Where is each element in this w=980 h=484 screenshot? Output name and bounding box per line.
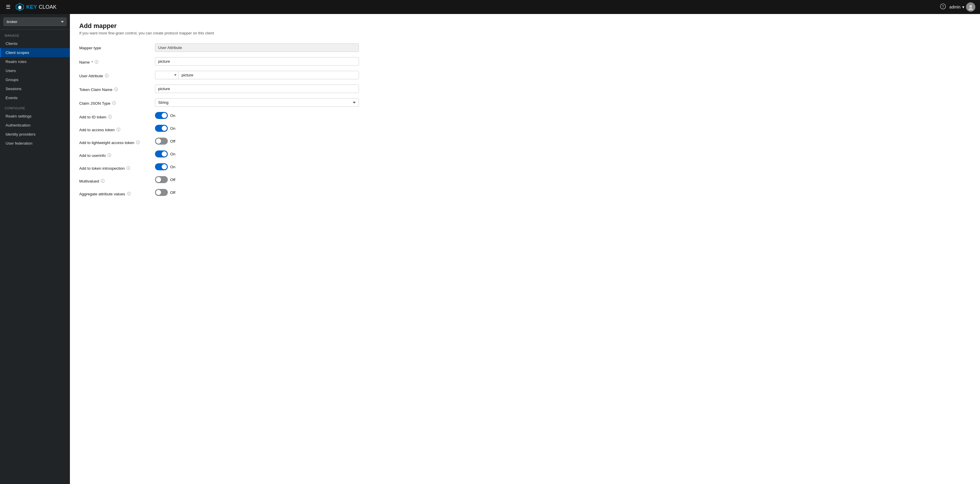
- multivalued-toggle[interactable]: [155, 176, 168, 183]
- name-input-cell: [155, 57, 970, 65]
- page-title: Add mapper: [79, 22, 970, 30]
- add-to-userinfo-toggle-row: On: [155, 150, 970, 157]
- add-to-id-token-help-icon[interactable]: ⓘ: [108, 114, 112, 120]
- user-attribute-row: User Attribute ⓘ: [79, 71, 970, 79]
- name-label: Name * ⓘ: [79, 57, 155, 65]
- multivalued-toggle-label: Off: [170, 177, 175, 182]
- user-attribute-label: User Attribute ⓘ: [79, 71, 155, 78]
- sidebar-item-sessions[interactable]: Sessions: [0, 84, 70, 93]
- claim-json-type-input-cell: String long int boolean JSON: [155, 98, 970, 107]
- token-claim-name-input-cell: [155, 85, 970, 93]
- token-claim-name-input[interactable]: [155, 85, 359, 93]
- add-to-id-token-label: Add to ID token ⓘ: [79, 112, 155, 120]
- logo: KEYCLOAK: [15, 2, 57, 12]
- claim-json-type-select[interactable]: String long int boolean JSON: [155, 98, 359, 107]
- add-to-id-token-toggle-row: On: [155, 112, 970, 119]
- name-required-indicator: *: [91, 60, 93, 64]
- hamburger-menu[interactable]: ☰: [5, 3, 12, 11]
- configure-section-label: Configure: [0, 102, 70, 112]
- claim-json-type-help-icon[interactable]: ⓘ: [112, 101, 116, 106]
- sidebar-item-client-scopes[interactable]: Client scopes: [0, 48, 70, 57]
- token-claim-name-row: Token Claim Name ⓘ: [79, 85, 970, 93]
- add-to-token-introspection-label: Add to token introspection ⓘ: [79, 163, 155, 171]
- add-to-token-introspection-row: Add to token introspection ⓘ On: [79, 163, 970, 171]
- add-to-id-token-toggle[interactable]: [155, 112, 168, 119]
- realm-selector[interactable]: broker: [3, 18, 67, 26]
- name-help-icon[interactable]: ⓘ: [95, 59, 99, 65]
- user-menu[interactable]: admin ▾: [950, 2, 975, 12]
- main-content: Add mapper If you want more fine-grain c…: [70, 14, 980, 484]
- multivalued-row: Multivalued ⓘ Off: [79, 176, 970, 184]
- multivalued-label: Multivalued ⓘ: [79, 176, 155, 184]
- multivalued-input-cell: Off: [155, 176, 970, 183]
- add-to-lightweight-input-cell: Off: [155, 137, 970, 145]
- user-attribute-text-input[interactable]: [178, 71, 359, 79]
- add-to-token-introspection-input-cell: On: [155, 163, 970, 170]
- aggregate-attribute-toggle-label: Off: [170, 190, 175, 195]
- keycloak-logo-icon: [15, 2, 24, 12]
- svg-point-5: [969, 5, 972, 8]
- sidebar: broker Manage Clients Client scopes Real…: [0, 14, 70, 484]
- user-attribute-input-cell: [155, 71, 970, 79]
- add-to-access-token-help-icon[interactable]: ⓘ: [116, 127, 120, 133]
- add-to-access-token-input-cell: On: [155, 125, 970, 132]
- add-to-lightweight-row: Add to lightweight access token ⓘ Off: [79, 137, 970, 145]
- add-to-token-introspection-toggle-row: On: [155, 163, 970, 170]
- add-to-access-token-label: Add to access token ⓘ: [79, 125, 155, 133]
- multivalued-toggle-row: Off: [155, 176, 970, 183]
- add-to-lightweight-label: Add to lightweight access token ⓘ: [79, 137, 155, 145]
- manage-section-label: Manage: [0, 30, 70, 39]
- realm-selector-container: broker: [0, 14, 70, 30]
- add-to-lightweight-toggle[interactable]: [155, 137, 168, 145]
- mapper-type-row: Mapper type: [79, 43, 970, 52]
- claim-json-type-label: Claim JSON Type ⓘ: [79, 98, 155, 106]
- add-to-userinfo-label: Add to userinfo ⓘ: [79, 150, 155, 158]
- mapper-type-input: [155, 43, 359, 52]
- aggregate-attribute-help-icon[interactable]: ⓘ: [127, 191, 131, 196]
- aggregate-attribute-toggle[interactable]: [155, 189, 168, 196]
- add-to-token-introspection-toggle[interactable]: [155, 163, 168, 170]
- sidebar-item-realm-settings[interactable]: Realm settings: [0, 112, 70, 121]
- add-to-lightweight-help-icon[interactable]: ⓘ: [136, 140, 140, 145]
- add-to-token-introspection-help-icon[interactable]: ⓘ: [126, 166, 130, 171]
- sidebar-item-realm-roles[interactable]: Realm roles: [0, 57, 70, 66]
- avatar: [966, 2, 975, 12]
- token-claim-name-help-icon[interactable]: ⓘ: [114, 87, 118, 92]
- help-icon[interactable]: ?: [940, 3, 946, 11]
- topnav: ☰ KEYCLOAK ? admin ▾: [0, 0, 980, 14]
- add-to-id-token-input-cell: On: [155, 112, 970, 119]
- add-to-access-token-row: Add to access token ⓘ On: [79, 125, 970, 133]
- add-to-userinfo-toggle-label: On: [170, 152, 175, 156]
- aggregate-attribute-toggle-row: Off: [155, 189, 970, 196]
- add-to-token-introspection-toggle-label: On: [170, 165, 175, 169]
- mapper-type-label: Mapper type: [79, 43, 155, 50]
- user-name: admin: [950, 5, 961, 10]
- user-caret-icon: ▾: [962, 5, 964, 10]
- name-input[interactable]: [155, 57, 359, 65]
- add-to-id-token-row: Add to ID token ⓘ On: [79, 112, 970, 120]
- name-row: Name * ⓘ: [79, 57, 970, 65]
- add-to-userinfo-toggle[interactable]: [155, 150, 168, 157]
- user-attribute-dropdown[interactable]: [155, 71, 178, 79]
- add-to-access-token-toggle[interactable]: [155, 125, 168, 132]
- aggregate-attribute-row: Aggregate attribute values ⓘ Off: [79, 189, 970, 196]
- sidebar-item-groups[interactable]: Groups: [0, 75, 70, 84]
- user-attribute-help-icon[interactable]: ⓘ: [105, 73, 109, 78]
- sidebar-item-user-federation[interactable]: User federation: [0, 139, 70, 148]
- sidebar-item-clients[interactable]: Clients: [0, 39, 70, 48]
- add-to-lightweight-toggle-label: Off: [170, 139, 175, 144]
- add-to-access-token-toggle-label: On: [170, 126, 175, 131]
- svg-point-6: [968, 8, 973, 10]
- multivalued-help-icon[interactable]: ⓘ: [101, 179, 105, 184]
- add-to-lightweight-toggle-row: Off: [155, 137, 970, 145]
- svg-text:?: ?: [942, 5, 944, 9]
- mapper-type-value-cell: [155, 43, 970, 52]
- aggregate-attribute-input-cell: Off: [155, 189, 970, 196]
- add-to-userinfo-help-icon[interactable]: ⓘ: [108, 153, 111, 158]
- logo-text-key: KEY: [26, 4, 37, 10]
- sidebar-item-authentication[interactable]: Authentication: [0, 121, 70, 130]
- add-to-userinfo-row: Add to userinfo ⓘ On: [79, 150, 970, 158]
- sidebar-item-users[interactable]: Users: [0, 66, 70, 75]
- sidebar-item-events[interactable]: Events: [0, 93, 70, 102]
- sidebar-item-identity-providers[interactable]: Identity providers: [0, 130, 70, 139]
